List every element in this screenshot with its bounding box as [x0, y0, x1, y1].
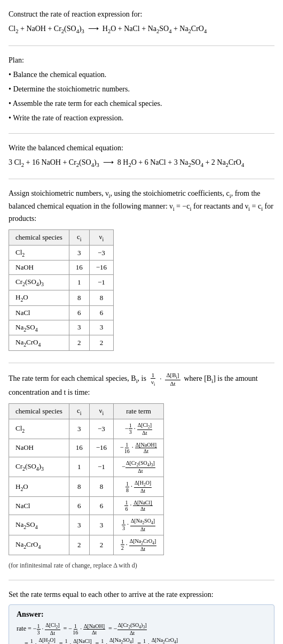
- rt-vi-naoh: −16: [89, 439, 113, 457]
- col-vi-2: νi: [89, 404, 113, 419]
- rt-ci-cr2so4: 1: [69, 457, 89, 477]
- vi-na2cro4: 2: [89, 335, 113, 351]
- ci-naoh: 16: [69, 260, 89, 275]
- ci-h2o: 8: [69, 290, 89, 305]
- rate-section: The rate term for each chemical species,…: [9, 372, 274, 580]
- stoich-section: Assign stoichiometric numbers, νi, using…: [9, 188, 274, 363]
- rt-species-naoh: NaOH: [9, 439, 69, 457]
- balanced-intro: Write the balanced chemical equation:: [9, 142, 274, 154]
- rt-term-cr2so4: −Δ[Cr2(SO4)3]Δt: [114, 457, 164, 477]
- rate-line-1: rate = −13 · Δ[Cl2]Δt = −116 · Δ[NaOH]Δt…: [17, 622, 266, 636]
- species-cl2: Cl2: [9, 245, 69, 260]
- rt-vi-cl2: −3: [89, 419, 113, 439]
- stoich-table: chemical species ci νi Cl2 3 −3 NaOH 16 …: [9, 229, 114, 351]
- answer-section: Set the rate terms equal to each other t…: [9, 589, 274, 644]
- col-vi-1: νi: [89, 230, 113, 246]
- ci-na2so4: 3: [69, 320, 89, 335]
- col-species-2: chemical species: [9, 404, 69, 419]
- vi-cr2so4: −1: [89, 275, 113, 290]
- plan-label: Plan:: [9, 55, 274, 66]
- table-row: Cl2 3 −3 −13 · Δ[Cl2]Δt: [9, 419, 164, 439]
- species-na2so4: Na2SO4: [9, 320, 69, 335]
- ci-na2cro4: 2: [69, 335, 89, 351]
- plan-step-2: • Determine the stoichiometric numbers.: [9, 83, 274, 95]
- rt-vi-na2cro4: 2: [89, 535, 113, 555]
- table-row: Na2CrO4 2 2: [9, 335, 114, 351]
- rt-term-nacl: 16 · Δ[NaCl]Δt: [114, 497, 164, 515]
- table-row: H2O 8 8 18 · Δ[H2O]Δt: [9, 477, 164, 497]
- rate-intro: The rate term for each chemical species,…: [9, 372, 274, 398]
- rt-term-h2o: 18 · Δ[H2O]Δt: [114, 477, 164, 497]
- header-equation: Cl2 + NaOH + Cr2(SO4)3 ⟶ H2O + NaCl + Na…: [9, 23, 274, 36]
- rt-species-na2cro4: Na2CrO4: [9, 535, 69, 555]
- table-row: Na2SO4 3 3: [9, 320, 114, 335]
- table-row: Na2CrO4 2 2 12 · Δ[Na2CrO4]Δt: [9, 535, 164, 555]
- header-title: Construct the rate of reaction expressio…: [9, 9, 274, 20]
- rt-species-nacl: NaCl: [9, 497, 69, 515]
- table-row: NaOH 16 −16: [9, 260, 114, 275]
- ci-nacl: 6: [69, 305, 89, 320]
- rt-vi-cr2so4: −1: [89, 457, 113, 477]
- ci-cr2so4: 1: [69, 275, 89, 290]
- rt-ci-na2so4: 3: [69, 515, 89, 535]
- footnote: (for infinitesimal rate of change, repla…: [9, 561, 274, 570]
- rate-table: chemical species ci νi rate term Cl2 3 −…: [9, 403, 164, 555]
- species-nacl: NaCl: [9, 305, 69, 320]
- table-row: H2O 8 8: [9, 290, 114, 305]
- rt-species-h2o: H2O: [9, 477, 69, 497]
- vi-nacl: 6: [89, 305, 113, 320]
- plan-step-1: • Balance the chemical equation.: [9, 69, 274, 80]
- rate-expression: rate = −13 · Δ[Cl2]Δt = −116 · Δ[NaOH]Δt…: [17, 622, 266, 644]
- rt-vi-na2so4: 3: [89, 515, 113, 535]
- rt-ci-na2cro4: 2: [69, 535, 89, 555]
- rt-vi-nacl: 6: [89, 497, 113, 515]
- rt-term-naoh: −116 · Δ[NaOH]Δt: [114, 439, 164, 457]
- plan-section: Plan: • Balance the chemical equation. •…: [9, 55, 274, 134]
- table-row: Cl2 3 −3: [9, 245, 114, 260]
- stoich-intro: Assign stoichiometric numbers, νi, using…: [9, 188, 274, 224]
- ci-cl2: 3: [69, 245, 89, 260]
- rt-term-na2so4: 13 · Δ[Na2SO4]Δt: [114, 515, 164, 535]
- col-rate: rate term: [114, 404, 164, 419]
- table-row: Cr2(SO4)3 1 −1: [9, 275, 114, 290]
- plan-step-4: • Write the rate of reaction expression.: [9, 112, 274, 124]
- rt-vi-h2o: 8: [89, 477, 113, 497]
- rate-line-2: = 18 · Δ[H2O]Δt = 16 · Δ[NaCl]Δt = 13 · …: [17, 637, 266, 644]
- species-h2o: H2O: [9, 290, 69, 305]
- table-row: Cr2(SO4)3 1 −1 −Δ[Cr2(SO4)3]Δt: [9, 457, 164, 477]
- species-cr2so4: Cr2(SO4)3: [9, 275, 69, 290]
- vi-h2o: 8: [89, 290, 113, 305]
- table-row: Na2SO4 3 3 13 · Δ[Na2SO4]Δt: [9, 515, 164, 535]
- rt-term-na2cro4: 12 · Δ[Na2CrO4]Δt: [114, 535, 164, 555]
- balanced-equation: 3 Cl2 + 16 NaOH + Cr2(SO4)3 ⟶ 8 H2O + 6 …: [9, 157, 274, 170]
- table-row: NaOH 16 −16 −116 · Δ[NaOH]Δt: [9, 439, 164, 457]
- species-naoh: NaOH: [9, 260, 69, 275]
- rt-ci-nacl: 6: [69, 497, 89, 515]
- table-row: NaCl 6 6: [9, 305, 114, 320]
- rt-species-cl2: Cl2: [9, 419, 69, 439]
- vi-cl2: −3: [89, 245, 113, 260]
- col-ci-2: ci: [69, 404, 89, 419]
- table-row: NaCl 6 6 16 · Δ[NaCl]Δt: [9, 497, 164, 515]
- species-na2cro4: Na2CrO4: [9, 335, 69, 351]
- answer-box: Answer: rate = −13 · Δ[Cl2]Δt = −116 · Δ…: [9, 604, 274, 644]
- plan-step-3: • Assemble the rate term for each chemic…: [9, 98, 274, 109]
- header-section: Construct the rate of reaction expressio…: [9, 9, 274, 46]
- col-species-1: chemical species: [9, 230, 69, 246]
- rt-term-cl2: −13 · Δ[Cl2]Δt: [114, 419, 164, 439]
- balanced-section: Write the balanced chemical equation: 3 …: [9, 142, 274, 180]
- rt-ci-h2o: 8: [69, 477, 89, 497]
- vi-na2so4: 3: [89, 320, 113, 335]
- vi-naoh: −16: [89, 260, 113, 275]
- rt-ci-naoh: 16: [69, 439, 89, 457]
- rt-species-na2so4: Na2SO4: [9, 515, 69, 535]
- rt-species-cr2so4: Cr2(SO4)3: [9, 457, 69, 477]
- rt-ci-cl2: 3: [69, 419, 89, 439]
- set-equal-intro: Set the rate terms equal to each other t…: [9, 589, 274, 600]
- answer-label: Answer:: [17, 610, 266, 619]
- col-ci-1: ci: [69, 230, 89, 246]
